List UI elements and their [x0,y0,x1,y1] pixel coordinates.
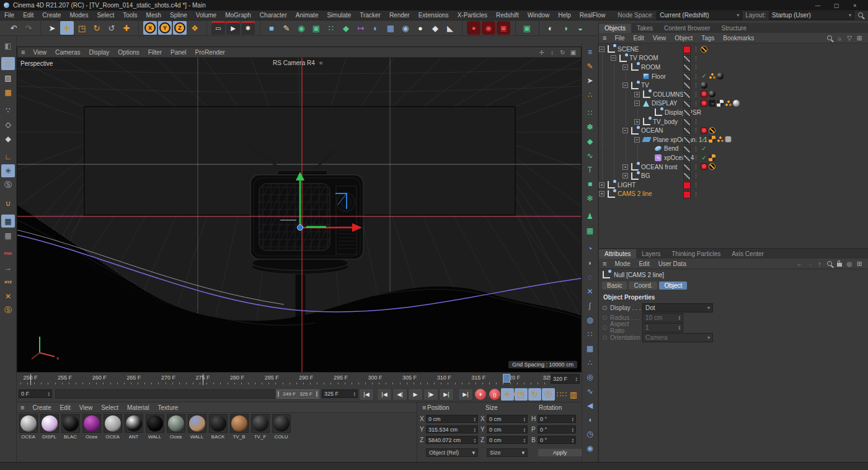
menu-file[interactable]: File [0,12,19,19]
shading-quick-icon[interactable]: ◑ [559,21,572,35]
menu-simulate[interactable]: Simulate [322,12,355,19]
material-thumbnail[interactable] [272,414,291,433]
layer-chip[interactable] [683,191,691,198]
layer-chip[interactable] [683,127,691,135]
om-menu-view[interactable]: View [649,35,671,42]
tree-item-display[interactable]: −DISPLAY⋮→ [599,99,868,109]
prohibit-tag-icon[interactable] [709,127,715,134]
visibility-dots-icon[interactable]: ⋮ [693,126,699,135]
modeling-icon[interactable]: ▣ [309,21,323,35]
visibility-dots-icon[interactable]: ⋮ [693,45,699,53]
collapse-icon[interactable]: − [634,137,640,143]
view-label[interactable]: Perspective [20,60,53,67]
range-handle-right[interactable] [316,391,317,397]
phong-tag-icon[interactable] [725,100,732,107]
make-editable-icon[interactable]: ◧ [1,39,15,52]
move-psr-icon[interactable]: ✚ [120,21,133,35]
camera-morph-icon[interactable]: ◔ [583,242,597,255]
menu-tracker[interactable]: Tracker [355,12,385,19]
sky-icon[interactable]: ◆ [428,21,442,35]
menu-tools[interactable]: Tools [118,12,141,19]
menu-help[interactable]: Help [554,12,575,19]
tree-item-ocean-front[interactable]: +OCEAN front⋮ [599,162,868,172]
om-menu-tags[interactable]: Tags [697,35,719,42]
keyframe-selection-icon[interactable]: ▥ [567,388,580,401]
minimize-button[interactable]: — [808,2,827,9]
layer-chip[interactable] [683,146,691,153]
current-frame-marker[interactable] [503,374,510,383]
dot-circle-icon[interactable]: ◌ [583,270,597,283]
wave-icon[interactable]: ∿ [583,384,597,397]
material-menu-material[interactable]: Material [123,404,154,411]
tree-item-tv[interactable]: −TV⋮ [599,81,868,90]
pill-icon[interactable]: ◖ [583,413,597,426]
record-selection-button[interactable]: () [489,389,500,400]
position-z-field[interactable]: 5840.072 cm▴▾ [426,436,478,444]
motext-icon[interactable]: T [583,163,597,176]
pose-morph-icon[interactable]: ≡ [583,45,597,58]
layer-chip[interactable] [683,109,691,117]
home-icon[interactable]: ⌂ [835,35,844,42]
shading-lines-icon[interactable]: ◒ [574,21,587,35]
check-tag-icon[interactable]: ✓ [701,136,707,143]
menu-character[interactable]: Character [255,12,291,19]
expand-icon[interactable]: + [634,119,640,125]
material-menu-edit[interactable]: Edit [55,404,74,411]
goto-start-button[interactable]: |◀ [359,388,374,401]
arrow-tag-icon[interactable]: → [709,100,715,107]
stepper-icon[interactable]: ▴▾ [474,438,476,443]
search-icon[interactable] [825,261,835,266]
model-mode-icon[interactable]: □ [1,57,15,70]
stepper-icon[interactable]: ▴▾ [523,427,525,432]
orbit-view-icon[interactable]: ↻ [557,49,568,56]
tab-thinking-particles[interactable]: Thinking Particles [666,249,726,259]
menu-extensions[interactable]: Extensions [414,12,453,19]
rotation-h-field[interactable]: 0 °▴▾ [538,415,576,423]
coord-mode-select[interactable]: Object (Rel)▾ [426,448,478,457]
tree-item-xpocean-4[interactable]: ∿xpOcean 4⋮✓ [599,153,868,162]
tree-item-floor[interactable]: Floor⋮✓ [599,72,868,81]
visibility-dots-icon[interactable]: ⋮ [693,108,699,117]
prohibit-tag-icon[interactable] [701,46,707,53]
visibility-dots-icon[interactable]: ⋮ [693,144,699,153]
stepper-icon[interactable]: ▴▾ [474,427,476,432]
rs-tag-icon[interactable] [701,127,707,134]
workplane-align-icon[interactable]: ▦ [1,229,15,242]
menu-mesh[interactable]: Mesh [142,12,166,19]
camera-crane-icon[interactable]: ◗ [583,256,597,269]
expand-icon[interactable]: + [622,173,628,179]
z-axis-lock-icon[interactable]: Z [173,21,187,35]
expand-icon[interactable]: + [634,92,640,97]
pan-view-icon[interactable]: ✛ [536,49,547,56]
collapse-icon[interactable]: − [611,55,616,61]
current-frame-field[interactable]: 320 F▴▾ [551,374,580,384]
tree-item-scene[interactable]: −SCENE⋮ [599,45,868,54]
redshift-camera-icon[interactable]: ▣ [497,21,510,35]
search-icon[interactable] [858,12,863,19]
subdivision-surface-icon[interactable]: ◉ [294,21,308,35]
record-keyframe-button[interactable]: ✦ [475,389,486,400]
character-icon[interactable]: ♟ [583,210,597,223]
menu-x-particles[interactable]: X-Particles [453,12,492,19]
checkero-tag-icon[interactable] [709,136,715,143]
layer-chip[interactable] [683,136,691,144]
layer-chip[interactable] [683,82,691,89]
tree-item-bg[interactable]: +BG⋮ [599,171,868,180]
material-thumbnail[interactable] [209,414,228,433]
menu-create[interactable]: Create [38,12,65,19]
close-button[interactable]: × [846,2,864,9]
viewport-canvas[interactable]: x [17,58,581,373]
paint-tool-icon[interactable]: ✎ [583,60,597,73]
effector-icon[interactable]: ✻ [583,192,597,205]
play-button[interactable]: ▶ [408,388,423,401]
expand-icon[interactable]: + [599,182,604,188]
scatter-dots-icon[interactable]: ∴ [583,88,597,101]
y-axis-lock-icon[interactable]: Y [158,21,172,35]
stepper-icon[interactable]: ▴▾ [572,427,574,432]
particle-grid-icon[interactable]: ▦ [583,342,597,355]
om-menu-file[interactable]: File [610,35,629,42]
end-frame-field[interactable]: 325 F▴▾ [322,389,358,398]
tree-item-room[interactable]: −ROOM⋮ [599,63,868,72]
material-thumbnail[interactable] [188,414,206,433]
edges-mode-icon[interactable]: ◇ [1,118,15,131]
